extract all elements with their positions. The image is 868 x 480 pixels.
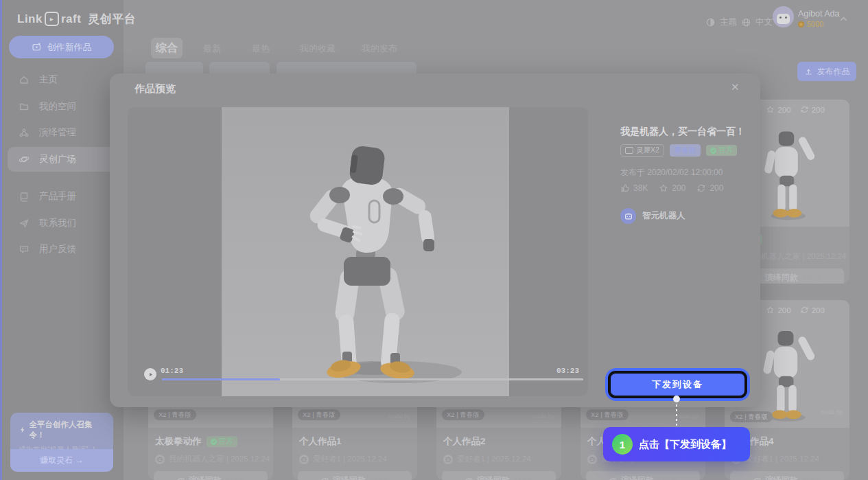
sidebar-label: 灵创广场 bbox=[39, 153, 76, 165]
tab-newest[interactable]: 最新 bbox=[203, 43, 221, 55]
guide-tooltip-text: 点击【下发到设备】 bbox=[639, 438, 731, 451]
tab-hottest[interactable]: 最热 bbox=[252, 43, 270, 55]
device-icon bbox=[625, 147, 633, 154]
replay-same-button[interactable]: 演绎同款666次 bbox=[154, 471, 268, 480]
sidebar-item-contact[interactable]: 联系我们 bbox=[8, 211, 116, 236]
sidebar-item-plaza[interactable]: 灵创广场 bbox=[8, 147, 116, 172]
work-card[interactable]: X2 | 青春版 太极拳动作 官方 我的机器人之家 | 2025.12.24 演… bbox=[148, 395, 273, 480]
sidebar-item-manual[interactable]: 产品手册 bbox=[8, 184, 116, 209]
tab-all[interactable]: 综合 bbox=[151, 38, 183, 58]
star-icon bbox=[659, 183, 668, 193]
brand-part1: Link bbox=[17, 12, 43, 26]
watermark: made by bbox=[820, 409, 843, 415]
work-card[interactable]: X2 | 青春版 made by 个人作品1 爱好者1 | 2025.12.24… bbox=[292, 395, 417, 480]
author-name: 智元机器人 bbox=[642, 210, 685, 222]
chevron-up-icon bbox=[838, 14, 849, 24]
card-title: 太极拳动作 bbox=[155, 435, 202, 448]
author-avatar bbox=[155, 455, 165, 464]
deploy-to-device-button[interactable]: 下发到设备 bbox=[611, 374, 744, 396]
sidebar-label: 演绎管理 bbox=[39, 126, 76, 139]
language-switcher[interactable]: 中文 bbox=[741, 16, 773, 28]
play-icon bbox=[147, 371, 154, 378]
publish-date: 发布于 2020/02/02 12:00:00 bbox=[620, 167, 723, 179]
create-icon bbox=[32, 42, 42, 52]
deploy-highlight-mask: 下发到设备 bbox=[608, 371, 747, 398]
replay-same-button[interactable]: 演绎同款666次 bbox=[730, 471, 844, 480]
star-icon bbox=[766, 306, 775, 315]
watermark: made by bbox=[388, 413, 410, 420]
video-player: 01:23 03:23 bbox=[128, 107, 588, 396]
star-icon bbox=[766, 105, 775, 114]
model-badge: X2 | 青春版 bbox=[586, 409, 629, 420]
create-new-work-button[interactable]: 创作新作品 bbox=[9, 36, 114, 58]
language-label: 中文 bbox=[755, 16, 773, 28]
share-icon bbox=[800, 306, 809, 315]
shares-stat[interactable]: 200 bbox=[696, 183, 723, 193]
lightning-icon bbox=[19, 426, 27, 434]
user-coins: 5000 bbox=[798, 20, 823, 28]
work-stats: 38K 200 200 bbox=[620, 183, 723, 193]
watermark: made by bbox=[676, 413, 699, 420]
replay-same-button[interactable]: 演绎同款666次 bbox=[298, 471, 412, 480]
nodes-icon bbox=[19, 127, 30, 138]
promo-title-row: 全平台创作人召集令！ bbox=[19, 420, 105, 440]
author-avatar bbox=[587, 455, 597, 464]
user-menu-chevron[interactable] bbox=[838, 12, 849, 25]
folder-icon bbox=[19, 101, 30, 112]
thumbs-up-icon bbox=[620, 183, 630, 193]
work-title: 我是机器人，买一台省一百！ bbox=[620, 126, 745, 138]
modal-title: 作品预览 bbox=[134, 82, 176, 95]
user-avatar[interactable] bbox=[773, 6, 794, 27]
sidebar-item-feedback[interactable]: 用户反馈 bbox=[8, 237, 116, 262]
sidebar-label: 联系我们 bbox=[39, 217, 76, 229]
publish-label: 发布作品 bbox=[817, 66, 850, 78]
robot-face-icon bbox=[445, 456, 451, 463]
stars-stat[interactable]: 200 bbox=[659, 183, 685, 193]
guide-step-number: 1 bbox=[612, 434, 633, 455]
tab-my-posts[interactable]: 我的发布 bbox=[362, 43, 397, 55]
work-card[interactable]: X2 | 青春版 made by 个人作品2 爱好者1 | 2025.12.24… bbox=[436, 395, 561, 480]
replay-same-button[interactable]: 演绎同款666次 bbox=[586, 471, 700, 480]
robot-face-icon bbox=[156, 456, 163, 463]
work-author[interactable]: 智元机器人 bbox=[620, 208, 685, 224]
likes-stat[interactable]: 38K bbox=[620, 183, 648, 193]
promo-title: 全平台创作人召集令！ bbox=[30, 420, 105, 440]
planet-icon bbox=[752, 476, 761, 480]
total-time: 03:23 bbox=[556, 367, 579, 375]
theme-label: 主题 bbox=[720, 16, 737, 28]
earn-gems-button[interactable]: 赚取灵石 → bbox=[10, 449, 113, 472]
coin-icon bbox=[798, 21, 804, 27]
robot-thumbnail bbox=[758, 126, 815, 222]
progress-bar[interactable] bbox=[162, 378, 583, 380]
model-tag: 灵犀X2 bbox=[620, 144, 664, 157]
model-badge: X2 | 青春版 bbox=[442, 409, 484, 420]
sidebar-item-my-space[interactable]: 我的空间 bbox=[8, 94, 116, 119]
official-tag: 官方 bbox=[706, 145, 737, 156]
sidebar-item-performance[interactable]: 演绎管理 bbox=[8, 120, 116, 145]
current-time: 01:23 bbox=[161, 367, 183, 375]
author-avatar bbox=[620, 208, 636, 224]
video-viewport[interactable] bbox=[222, 107, 509, 396]
share-icon bbox=[800, 105, 809, 114]
home-icon bbox=[19, 74, 30, 85]
play-button[interactable] bbox=[144, 368, 156, 380]
publish-work-button[interactable]: 发布作品 bbox=[797, 62, 856, 81]
check-icon bbox=[710, 148, 716, 154]
tab-favorites[interactable]: 我的收藏 bbox=[300, 43, 336, 55]
brand-logo: Link▸raft 灵创平台 bbox=[17, 11, 136, 27]
card-title: 个人作品2 bbox=[443, 435, 486, 448]
theme-icon bbox=[705, 17, 716, 27]
close-icon[interactable]: ✕ bbox=[731, 81, 740, 93]
guide-connector-line bbox=[676, 404, 677, 427]
creator-promo-card: 全平台创作人召集令！ 成为首批“机器人导演” ！ 赚取灵石 → bbox=[10, 413, 113, 472]
card-author: 爱好者1 | 2025.12.24 bbox=[299, 454, 410, 464]
model-badge: X2 | 青春版 bbox=[730, 411, 773, 422]
watermark: made by bbox=[532, 413, 554, 420]
sidebar-item-home[interactable]: 主页 bbox=[8, 67, 116, 92]
replay-same-button[interactable]: 演绎同款666次 bbox=[442, 471, 556, 480]
theme-toggle[interactable]: 主题 bbox=[705, 16, 737, 28]
robot-3d-render bbox=[263, 128, 469, 396]
brand-c-icon: ▸ bbox=[45, 12, 59, 26]
official-tag: 官方 bbox=[207, 436, 237, 447]
send-icon bbox=[19, 218, 30, 229]
